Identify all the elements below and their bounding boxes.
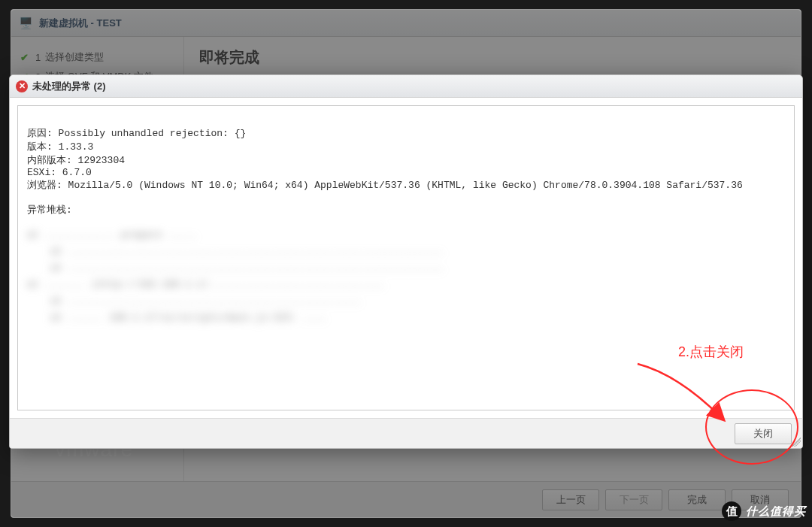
resize-grip[interactable]	[792, 438, 801, 447]
error-dialog: ✕ 未处理的异常 (2) 原因: Possibly unhandled reje…	[9, 74, 803, 449]
watermark-text: 什么值得买	[746, 504, 806, 519]
vm-icon: 🖥️	[19, 17, 33, 30]
esxi-line: ESXi: 6.7.0	[27, 167, 92, 178]
wizard-step[interactable]: ✔ 1 选择创建类型	[19, 47, 176, 67]
wizard-heading: 即将完成	[199, 47, 786, 68]
stack-trace-blurred: at ............ prepare ..... at .......…	[27, 227, 785, 327]
check-icon: ✔	[20, 52, 31, 63]
stack-label: 异常堆栈:	[27, 204, 72, 216]
step-label: 选择创建类型	[45, 50, 104, 64]
next-button[interactable]: 下一页	[605, 489, 662, 510]
build-line: 内部版本: 12923304	[27, 155, 125, 166]
dialog-title: 未处理的异常 (2)	[32, 80, 106, 93]
dialog-titlebar[interactable]: ✕ 未处理的异常 (2)	[10, 75, 802, 98]
version-line: 版本: 1.33.3	[27, 141, 93, 153]
finish-button[interactable]: 完成	[668, 489, 726, 510]
watermark-badge: 值	[722, 501, 741, 521]
wizard-footer: 上一页 下一页 完成 取消	[11, 481, 801, 517]
dialog-body: 原因: Possibly unhandled rejection: {} 版本:…	[10, 98, 802, 418]
step-num: 1	[35, 52, 41, 63]
error-icon: ✕	[16, 80, 28, 92]
watermark: 值 什么值得买	[722, 501, 806, 521]
back-button[interactable]: 上一页	[542, 489, 599, 510]
wizard-titlebar: 🖥️ 新建虚拟机 - TEST	[11, 10, 801, 37]
exception-text[interactable]: 原因: Possibly unhandled rejection: {} 版本:…	[17, 105, 795, 410]
dialog-footer: 关闭	[10, 418, 802, 448]
close-button[interactable]: 关闭	[735, 423, 792, 444]
wizard-title: 新建虚拟机 - TEST	[39, 17, 122, 30]
cause-line: 原因: Possibly unhandled rejection: {}	[27, 128, 246, 139]
browser-line: 浏览器: Mozilla/5.0 (Windows NT 10.0; Win64…	[27, 180, 743, 191]
